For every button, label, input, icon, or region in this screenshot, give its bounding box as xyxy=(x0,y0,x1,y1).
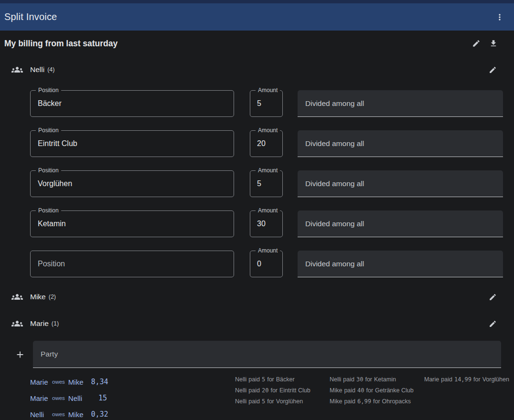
edit-billing-button[interactable] xyxy=(470,37,482,50)
group-name: Marie xyxy=(30,319,49,328)
debts-list: Marie owes Mike 8,34 Marie owes Nelli 15… xyxy=(30,374,235,420)
position-field-label: Position xyxy=(36,87,61,94)
debtor-name: Nelli xyxy=(30,410,52,419)
payment-amount: 20 xyxy=(260,387,270,394)
position-field[interactable]: Position Ketamin xyxy=(30,210,234,237)
group-count: (4) xyxy=(47,66,54,73)
summary-section: Marie owes Mike 8,34 Marie owes Nelli 15… xyxy=(0,374,514,420)
position-field[interactable]: Position Eintritt Club xyxy=(30,130,234,157)
paid-label: paid xyxy=(248,398,260,405)
group-name: Mike xyxy=(30,293,46,301)
position-field[interactable]: Position Bäcker xyxy=(30,90,234,117)
amount-field[interactable]: Amount 5 xyxy=(250,90,283,117)
debtor-name: Marie xyxy=(30,378,52,386)
edit-group-button[interactable] xyxy=(487,318,499,330)
app-bar: Split Invoice xyxy=(0,3,514,31)
payer-name: Nelli xyxy=(235,376,246,383)
creditor-name: Mike xyxy=(68,378,84,386)
position-field[interactable]: Position Vorglühen xyxy=(30,170,234,197)
group-count: (2) xyxy=(49,294,56,300)
payer-name: Marie xyxy=(424,376,439,383)
amount-field[interactable]: Amount 5 xyxy=(250,170,283,197)
amount-field[interactable]: Amount 30 xyxy=(250,210,283,237)
paid-label: paid xyxy=(344,398,355,405)
position-field-label: Position xyxy=(36,167,61,174)
group-header-nelli[interactable]: Nelli (4) xyxy=(0,56,514,83)
amount-value: 5 xyxy=(250,179,261,188)
kebab-menu-icon xyxy=(495,12,504,22)
payment-item: Eintritt Club xyxy=(279,387,311,394)
paid-label: paid xyxy=(248,387,260,394)
group-count: (1) xyxy=(52,320,59,327)
position-value: Ketamin xyxy=(31,220,66,228)
payer-name: Nelli xyxy=(235,387,246,394)
debt-amount: 15 xyxy=(82,394,107,402)
add-party-row: Party xyxy=(0,341,514,368)
pencil-icon xyxy=(489,320,497,328)
billing-header: My billing from last saturday xyxy=(0,31,514,56)
for-label: for xyxy=(267,398,274,405)
billing-title: My billing from last saturday xyxy=(4,39,465,49)
split-select[interactable]: Divided among all xyxy=(298,90,503,117)
invoice-items: Position Bäcker Amount 5 Divided among a… xyxy=(30,90,503,277)
for-label: for xyxy=(365,376,372,383)
amount-value: 20 xyxy=(250,139,266,148)
pencil-icon xyxy=(472,39,481,48)
paid-label: paid xyxy=(343,376,354,383)
groups-icon xyxy=(11,291,23,303)
payment-amount: 6,99 xyxy=(355,398,373,405)
for-label: for xyxy=(267,376,274,383)
payment-amount: 5 xyxy=(260,376,267,383)
owes-label: owes xyxy=(52,411,65,417)
split-select[interactable]: Divided among all xyxy=(298,130,503,157)
app-title: Split Invoice xyxy=(4,11,57,22)
position-value: Eintritt Club xyxy=(31,139,77,148)
amount-field[interactable]: Amount 0 xyxy=(250,251,283,277)
amount-field-label: Amount xyxy=(256,247,280,254)
payment-line: Nelli paid 5 for Vorglühen xyxy=(235,396,330,407)
plus-icon xyxy=(15,349,25,360)
overflow-menu-button[interactable] xyxy=(493,10,506,24)
payment-item: Ohropacks xyxy=(382,398,411,405)
position-field-label: Position xyxy=(36,207,61,214)
split-select[interactable]: Divided among all xyxy=(298,210,503,237)
position-value: Vorglühen xyxy=(31,179,72,188)
position-value: Bäcker xyxy=(31,99,62,108)
owes-label: owes xyxy=(52,379,65,385)
paid-label: paid xyxy=(248,376,260,383)
amount-field-label: Amount xyxy=(256,207,280,214)
debt-line: Marie owes Mike 8,34 xyxy=(30,374,235,390)
split-select[interactable]: Divided among all xyxy=(298,251,503,277)
debt-amount: 0,32 xyxy=(84,410,108,419)
groups-icon xyxy=(11,318,23,329)
download-billing-button[interactable] xyxy=(487,37,500,50)
payment-item: Vorglühen xyxy=(482,376,509,383)
amount-field[interactable]: Amount 20 xyxy=(250,130,283,157)
invoice-item-row: Position Vorglühen Amount 5 Divided amon… xyxy=(30,170,503,197)
group-header-mike[interactable]: Mike (2) xyxy=(0,284,514,310)
invoice-item-row: Position Eintritt Club Amount 20 Divided… xyxy=(30,130,503,157)
debt-line: Marie owes Nelli 15 xyxy=(30,390,235,406)
amount-value: 5 xyxy=(250,99,261,108)
split-select-value: Divided among all xyxy=(298,139,364,148)
payment-line: Marie paid 14,99 for Vorglühen xyxy=(424,374,509,385)
split-select-value: Divided among all xyxy=(298,220,364,228)
owes-label: owes xyxy=(52,395,65,401)
payment-line: Nelli paid 5 for Bäcker xyxy=(235,374,330,385)
payer-name: Nelli xyxy=(330,376,341,383)
edit-group-button[interactable] xyxy=(487,291,499,303)
paid-label: paid xyxy=(344,387,355,394)
edit-group-button[interactable] xyxy=(487,64,499,76)
party-input[interactable]: Party xyxy=(33,341,501,368)
debt-amount: 8,34 xyxy=(84,378,108,386)
paid-label: paid xyxy=(441,376,452,383)
split-select[interactable]: Divided among all xyxy=(298,170,503,197)
invoice-item-row: Position Bäcker Amount 5 Divided among a… xyxy=(30,90,503,117)
add-party-button[interactable] xyxy=(13,347,27,362)
position-field[interactable]: Position xyxy=(30,251,234,277)
payment-line: Mike paid 40 for Getränke Club xyxy=(330,385,424,396)
group-name: Nelli xyxy=(30,65,44,74)
amount-value: 30 xyxy=(250,220,266,228)
groups-icon xyxy=(11,64,23,75)
group-header-marie[interactable]: Marie (1) xyxy=(0,310,514,337)
